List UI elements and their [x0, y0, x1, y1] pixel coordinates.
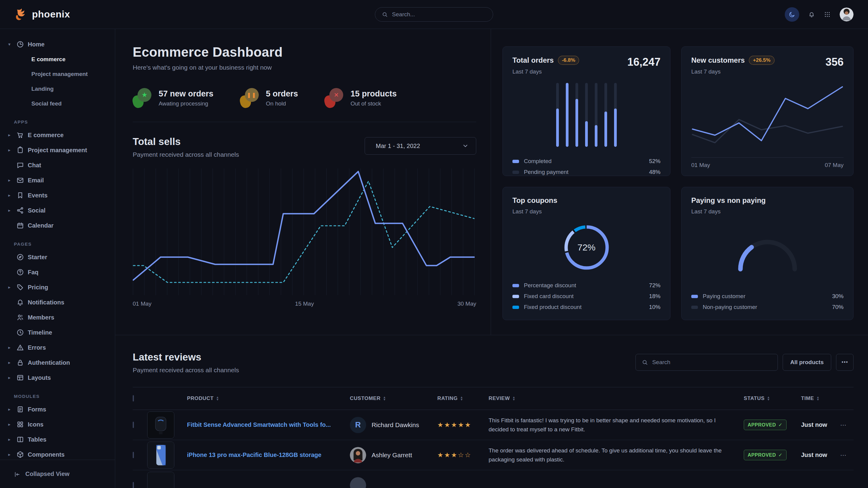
share-icon [16, 206, 24, 214]
row-checkbox[interactable] [133, 422, 134, 428]
row-checkbox[interactable] [133, 452, 134, 458]
sidebar-item-icons[interactable]: ▸Icons [0, 417, 115, 432]
sidebar-item-label: Faq [28, 269, 39, 276]
sidebar-item-label: Forms [28, 406, 46, 413]
icons-icon [16, 421, 24, 428]
more-options-button[interactable]: ⋯ [836, 354, 854, 371]
product-thumbnail[interactable] [147, 472, 174, 488]
product-thumbnail[interactable] [147, 412, 174, 438]
stat-new-orders: ★ 57 new orders Awating processing [133, 88, 214, 108]
legend-swatch [513, 284, 519, 287]
sidebar-item-authentication[interactable]: ▸Authentication [0, 355, 115, 370]
caret-right-icon: ▸ [6, 177, 13, 183]
gauge-value-arc [740, 242, 795, 269]
reviews-search-input[interactable] [652, 359, 772, 366]
notifications-bell-icon[interactable] [808, 11, 815, 18]
column-header-rating[interactable]: RATING▲▼ [437, 395, 489, 401]
sidebar-section-modules: MODULES [0, 394, 115, 399]
global-search-input[interactable] [392, 11, 486, 18]
status-badge: APPROVED✓ [744, 420, 786, 430]
select-all-checkbox[interactable] [133, 395, 134, 401]
sidebar-item-pricing[interactable]: ▸Pricing [0, 280, 115, 295]
sidebar-subitem-landing[interactable]: Landing [0, 82, 115, 96]
global-search[interactable] [375, 7, 493, 22]
review-text: This Fitbit is fantastic! I was trying t… [489, 416, 744, 434]
home-icon [16, 40, 24, 48]
sidebar-item-home[interactable]: ▾Home [0, 37, 115, 52]
delta-badge: -6.8% [558, 56, 579, 65]
sidebar-item-members[interactable]: Members [0, 310, 115, 325]
column-header-review[interactable]: REVIEW▲▼ [489, 395, 744, 401]
x-tick: 01 May [691, 162, 710, 168]
sidebar-item-project-management[interactable]: ▸Project management [0, 142, 115, 158]
customer-avatar[interactable] [350, 447, 366, 463]
product-link[interactable]: iPhone 13 pro max-Pacific Blue-128GB sto… [187, 452, 331, 458]
lock-icon [16, 359, 24, 366]
sidebar-item-starter[interactable]: Starter [0, 250, 115, 265]
legend-swatch [513, 171, 519, 174]
legend-value: 10% [649, 304, 660, 311]
user-avatar[interactable] [840, 7, 854, 22]
bookmark-icon [16, 191, 24, 199]
caret-down-icon: ▾ [6, 42, 13, 47]
sidebar-item-layouts[interactable]: ▸Layouts [0, 370, 115, 385]
row-menu-button[interactable]: ⋯ [840, 452, 854, 459]
sidebar-item-calendar[interactable]: Calendar [0, 218, 115, 233]
sidebar-item-label: Email [28, 177, 44, 184]
column-header-customer[interactable]: CUSTOMER▲▼ [350, 395, 437, 401]
review-time: Just now [801, 452, 840, 458]
brand[interactable]: phoenix [14, 8, 135, 21]
column-header-time[interactable]: TIME▲▼ [801, 395, 840, 401]
collapsed-view-label: Collapsed View [25, 470, 69, 478]
product-link[interactable] [187, 482, 196, 488]
stat-value: 57 new orders [159, 89, 214, 99]
sidebar-subitem-social-feed[interactable]: Social feed [0, 96, 115, 111]
dark-mode-toggle[interactable] [785, 7, 799, 22]
sidebar-item-notifications[interactable]: Notifications [0, 295, 115, 310]
customer-avatar[interactable] [350, 477, 366, 488]
legend-label: Fixed card discount [524, 293, 574, 300]
sidebar-item-timeline[interactable]: Timeline [0, 325, 115, 340]
sidebar-item-e-commerce[interactable]: ▸E commerce [0, 128, 115, 142]
coupons-legend: Percentage discount72%Fixed card discoun… [513, 280, 660, 313]
customer-avatar[interactable]: R [350, 417, 366, 433]
column-header-product[interactable]: PRODUCT▲▼ [187, 395, 350, 401]
legend-row-pending-payment: Pending payment48% [513, 167, 660, 177]
legend-row-paying-customer: Paying customer30% [691, 291, 843, 302]
sidebar-item-faq[interactable]: Faq [0, 265, 115, 280]
row-menu-button[interactable]: ⋯ [840, 421, 854, 429]
sidebar-item-tables[interactable]: ▸Tables [0, 432, 115, 447]
product-thumbnail[interactable] [147, 442, 174, 469]
sidebar-item-social[interactable]: ▸Social [0, 203, 115, 218]
review-time: Just now [801, 421, 840, 428]
review-table-row [133, 470, 854, 488]
reviews-search[interactable] [636, 354, 778, 371]
sidebar-subitem-project-management[interactable]: Project management [0, 67, 115, 82]
sidebar-item-label: Members [28, 314, 54, 321]
all-products-button[interactable]: All products [783, 354, 831, 371]
members-icon [16, 314, 24, 321]
sidebar-item-email[interactable]: ▸Email [0, 173, 115, 188]
caret-right-icon: ▸ [6, 375, 13, 380]
row-checkbox[interactable] [133, 482, 134, 488]
legend-value: 72% [649, 282, 660, 289]
sidebar-item-errors[interactable]: ▸Errors [0, 340, 115, 355]
date-range-select[interactable]: Mar 1 - 31, 2022 [365, 137, 476, 155]
search-icon [642, 359, 648, 366]
sidebar-item-chat[interactable]: Chat [0, 158, 115, 173]
collapsed-view-button[interactable]: Collapsed View [0, 460, 115, 488]
clipboard-icon [16, 146, 24, 154]
review-table-row: Fitbit Sense Advanced Smartwatch with To… [133, 410, 854, 440]
sidebar-item-forms[interactable]: ▸Forms [0, 402, 115, 417]
product-link[interactable]: Fitbit Sense Advanced Smartwatch with To… [187, 421, 340, 428]
new-customers-value: 356 [826, 56, 843, 68]
apps-grid-icon[interactable] [824, 11, 831, 18]
sidebar-subitem-e-commerce[interactable]: E commerce [0, 52, 115, 67]
legend-row-non-paying-customer: Non-paying customer70% [691, 302, 843, 313]
collapse-icon [14, 471, 21, 478]
caret-right-icon: ▸ [6, 422, 13, 427]
legend-value: 48% [649, 169, 660, 175]
sidebar-item-events[interactable]: ▸Events [0, 188, 115, 203]
sidebar-item-components[interactable]: ▸Components [0, 447, 115, 460]
column-header-status[interactable]: STATUS▲▼ [744, 395, 801, 401]
